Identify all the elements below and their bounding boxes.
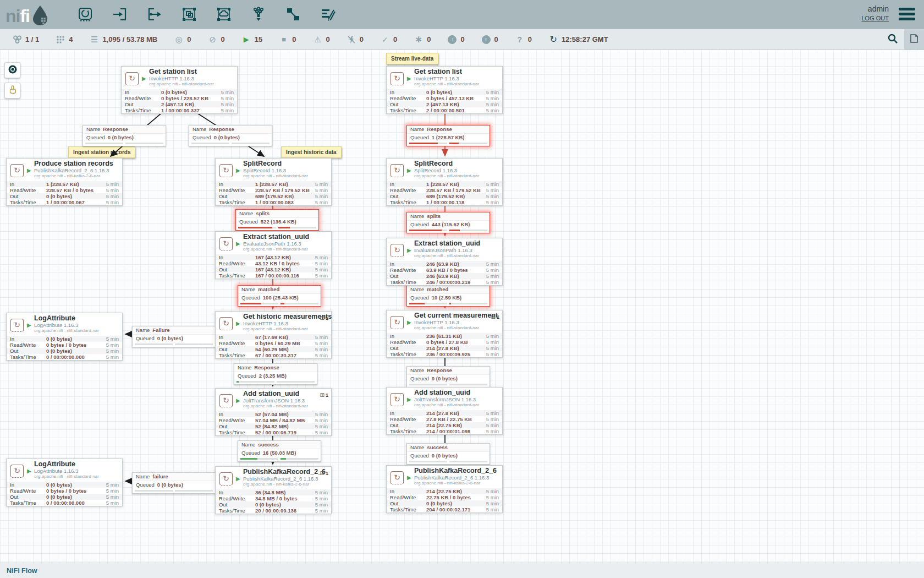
running-status-icon: ▶ [142,75,146,81]
processor[interactable]: ↻▶Get station listInvokeHTTP 1.16.3org.a… [386,66,503,114]
processor-type-icon: ↻ [391,244,404,257]
stat-label: In [10,482,46,488]
connection-label[interactable]: NameResponseQueued0 (0 bytes) [406,366,490,388]
processor-name: PublishKafkaRecord_2_6 [414,467,498,475]
processor[interactable]: ↻▶SplitRecordSplitRecord 1.16.3org.apach… [386,158,503,206]
breadcrumb[interactable]: NiFi Flow [7,567,37,575]
logout-link[interactable]: LOG OUT [861,14,889,23]
processor[interactable]: ↻▶PublishKafkaRecord_2_6PublishKafkaReco… [386,465,503,513]
processor[interactable]: ↻▶⊞1Add station_uuidJoltTransformJSON 1.… [215,388,332,436]
processor-type-icon: ↻ [125,72,139,85]
refresh-icon: ↻ [548,35,558,45]
stat-value: 67 / 00:00:30.317 [255,352,315,358]
global-menu-icon[interactable] [899,8,915,21]
process-group-icon[interactable] [181,6,197,23]
processor[interactable]: ↻▶⊞1Get current measurementInvokeHTTP 1.… [386,310,503,358]
template-icon[interactable] [285,6,301,23]
stat-window: 5 min [106,336,119,342]
queue-usage-bars [407,228,490,233]
connection-label[interactable]: NamesuccessQueued0 (0 bytes) [406,443,490,465]
processor[interactable]: ↻▶⊞1PublishKafkaRecord_2_6PublishKafkaRe… [215,466,332,514]
search-button[interactable] [881,29,904,50]
birdseye-toggle-button[interactable] [4,62,20,78]
connection-label[interactable]: NameResponseQueued2 (3.25 MB) [234,363,317,385]
connection-queued-key: Queued [410,375,429,383]
processor-stat-row: Tasks/Time52 / 00:00:06.7195 min [216,429,331,435]
funnel-icon[interactable] [250,6,267,23]
stat-label: Read/Write [219,495,255,501]
processor[interactable]: ↻▶Extract station_uuidEvaluateJsonPath 1… [215,231,332,279]
stat-label: Read/Write [219,340,255,346]
processor[interactable]: ↻▶⊞1Get historic measurementsInvokeHTTP … [215,311,332,359]
canvas[interactable]: Stream live-dataIngest station recordsIn… [0,50,924,578]
stat-label: Out [10,348,46,354]
processor-stat-row: Tasks/Time1 / 00:00:00.3375 min [122,107,237,113]
connection-label[interactable]: NamesplitsQueued443 (115.62 KB) [406,212,490,233]
stat-window: 5 min [106,342,119,348]
stale-icon: ↑ [447,35,457,45]
stopped-icon: ■ [279,35,289,45]
processor-type-icon: ↻ [219,164,233,177]
connection-label[interactable]: NameResponseQueued1 (228.57 KB) [406,125,490,146]
stat-value: 0 bytes / 27.8 KB [426,339,486,345]
nifi-logo: nifi [6,4,50,28]
processor-name: Get historic measurements [243,313,327,320]
status-locally-modified-stale: !0 [481,35,498,45]
operate-palette-button[interactable] [4,83,20,99]
canvas-label[interactable]: Stream live-data [386,53,438,64]
stat-label: In [390,488,426,494]
processor[interactable]: ↻▶Extract station_uuidEvaluateJsonPath 1… [386,238,503,286]
stat-value: 0 (0 bytes) [426,89,486,95]
connection-label[interactable]: NamematchedQueued100 (25.43 KB) [238,285,321,307]
connection-label[interactable]: NameResponseQueued0 (0 bytes) [189,125,272,146]
label-icon[interactable] [320,6,336,23]
processor[interactable]: ↻▶Get station listInvokeHTTP 1.16.3org.a… [121,66,238,114]
stat-label: In [10,336,46,342]
stat-window: 5 min [315,334,328,340]
processor[interactable]: ↻▶LogAttributeLogAttribute 1.16.3org.apa… [6,459,123,506]
stat-value: 167 / 00:00:00.116 [255,272,315,279]
stat-label: Read/Write [390,187,426,193]
processor-stat-row: Read/Write63.9 KB / 0 bytes5 min [387,267,502,273]
connection-label[interactable]: NameResponseQueued0 (0 bytes) [82,125,166,146]
stat-value: 1 (228.57 KB) [255,181,315,187]
connection-queued-key: Queued [410,134,429,141]
remote-process-group-icon[interactable] [216,6,232,23]
processor-name: SplitRecord [414,160,498,167]
connection-name-key: Name [238,364,251,372]
stat-value: 689 (179.52 KB) [426,193,486,199]
stat-label: Tasks/Time [390,428,426,434]
canvas-label[interactable]: Ingest station records [68,146,135,158]
stat-label: In [390,181,426,187]
stat-label: Read/Write [390,95,426,101]
processor[interactable]: ↻▶SplitRecordSplitRecord 1.16.3org.apach… [215,158,332,206]
connection-label[interactable]: NamematchedQueued10 (2.59 KB) [406,285,490,307]
processor[interactable]: ↻▶Produce station recordsPublishKafkaRec… [6,158,123,206]
connection-label[interactable]: NamesuccessQueued16 (50.03 MB) [238,440,321,462]
processor-bundle: org.apache.nifi - nifi-standard-nar [414,253,498,258]
processor-icon[interactable] [77,6,94,23]
bulletin-board-button[interactable] [904,29,924,50]
processor[interactable]: ↻▶Add station_uuidJoltTransformJSON 1.16… [386,387,503,435]
connection-queued-value: 0 (0 bytes) [157,335,183,342]
processor-bundle: org.apache.nifi - nifi-kafka-2-6-nar [414,481,498,486]
input-port-icon[interactable] [112,6,128,23]
stat-window: 5 min [486,187,499,193]
connection-label[interactable]: NamesplitsQueued522 (136.4 KB) [235,209,319,231]
connection-name: matched [258,286,279,293]
processor[interactable]: ↻▶LogAttributeLogAttribute 1.16.3org.apa… [6,313,123,361]
stat-window: 5 min [486,181,499,187]
running-status-icon: ▶ [236,397,240,403]
processor-type: SplitRecord 1.16.3 [414,167,498,173]
stat-value: 1 / 00:00:00.118 [426,199,486,205]
processor-type: EvaluateJsonPath 1.16.3 [414,247,498,253]
output-port-icon[interactable] [146,6,163,23]
processor-stat-row: Out167 (43.12 KB)5 min [216,266,331,272]
stat-label: Out [390,273,426,279]
stat-label: Out [125,101,161,107]
canvas-label[interactable]: Ingest historic data [281,146,342,158]
connection-label[interactable]: NameFailureQueued0 (0 bytes) [132,326,216,347]
status-running: ▶15 [241,35,262,45]
connection-label[interactable]: NamefailureQueued0 (0 bytes) [132,472,216,494]
connection-name: Response [209,126,234,133]
